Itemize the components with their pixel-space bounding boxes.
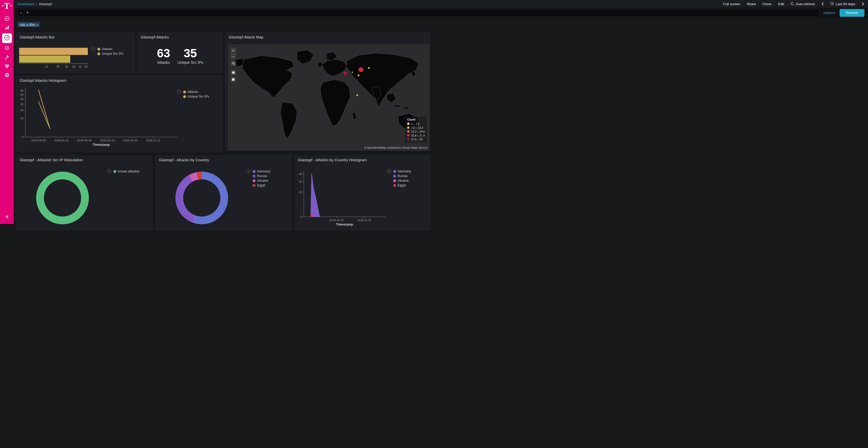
attack-marker[interactable] <box>368 67 370 69</box>
attack-marker[interactable] <box>356 94 358 96</box>
panel-title: Glastopf - Attacker Src IP Reputation <box>20 158 83 162</box>
legend-item[interactable]: 27.4 – 34 <box>407 137 425 141</box>
panel-attack-map: Glastopf Attack Map <box>225 33 430 151</box>
legend-item[interactable]: Attacks <box>183 90 209 94</box>
legend-label: Unique Src IPs <box>188 95 209 98</box>
legend-item[interactable]: 7.6 – 14.2 <box>407 126 425 130</box>
legend-label: Egypt <box>257 183 265 187</box>
legend-toggle-icon[interactable]: › <box>387 169 391 173</box>
donut-chart[interactable] <box>36 172 89 224</box>
svg-text:0: 0 <box>22 136 24 139</box>
attack-marker[interactable] <box>358 74 360 76</box>
sidebar-item-devtools[interactable] <box>2 53 12 62</box>
legend-label: Russia <box>257 174 267 178</box>
legend-label: Attacks <box>102 47 113 51</box>
donut-hole <box>44 179 81 216</box>
legend-item[interactable]: 14.2 – 20.8 <box>407 130 425 133</box>
logo-dot <box>10 5 11 6</box>
legend-item[interactable]: Russia <box>393 174 411 178</box>
rectangle-select-button[interactable] <box>230 77 236 82</box>
gauge-icon <box>4 35 10 42</box>
gear-icon <box>4 72 10 79</box>
legend-item[interactable]: 20.8 – 27.4 <box>407 133 425 137</box>
sidebar-item-visualize[interactable] <box>2 24 12 32</box>
metric-unique-src-ips: 35 Unique Src IPs <box>178 47 203 65</box>
logo-dot <box>2 5 3 6</box>
legend-item[interactable]: Ukraine <box>253 178 270 183</box>
legend-item[interactable]: Unique Src IPs <box>183 94 209 99</box>
breadcrumb-separator: / <box>36 2 37 6</box>
legend-item[interactable]: known attacker <box>114 169 140 174</box>
legend-item[interactable]: Ukraine <box>393 178 411 183</box>
svg-text:2018-11-01: 2018-11-01 <box>357 218 371 222</box>
legend-item[interactable]: Attacks <box>97 47 123 51</box>
sidebar-item-management[interactable] <box>2 71 12 80</box>
breadcrumb-dashboard-link[interactable]: Dashboard <box>17 2 34 6</box>
legend-item[interactable]: Germany <box>253 169 270 174</box>
sidebar-item-discover[interactable] <box>2 15 12 23</box>
breadcrumb-current: Glastopf <box>39 2 52 6</box>
attack-marker[interactable] <box>351 71 353 73</box>
sidebar-item-dashboard[interactable] <box>2 33 12 43</box>
donut-chart[interactable] <box>176 172 228 224</box>
metric-value: 35 <box>178 47 203 59</box>
world-map[interactable]: + − Count 1 – 7.67.6 – 14.214.2 – 20.820… <box>228 44 430 150</box>
legend-dot <box>407 123 409 125</box>
legend-toggle-icon[interactable]: › <box>177 90 181 94</box>
map-attribution[interactable]: © OpenStreetMap contributors, Elastic Ma… <box>364 146 428 149</box>
sidebar: T <box>0 0 14 224</box>
bar-attacks[interactable] <box>19 48 88 55</box>
search-input[interactable]: >_ * <box>17 9 434 17</box>
zoom-out-button[interactable]: − <box>230 54 236 59</box>
attack-marker[interactable] <box>343 71 348 76</box>
svg-text:20: 20 <box>21 109 24 112</box>
legend-item[interactable]: Russia <box>253 174 270 178</box>
metric-label: Unique Src IPs <box>178 60 203 65</box>
legend-label: Attacks <box>188 90 198 94</box>
zoom-in-button[interactable]: + <box>230 47 236 53</box>
legend-dot <box>97 53 100 55</box>
panel-attacks-by-country: Glastopf - Attacks by Country › GermanyR… <box>156 156 291 224</box>
map-legend-items: 1 – 7.67.6 – 14.214.2 – 20.820.8 – 27.42… <box>407 122 425 141</box>
legend-label: 20.8 – 27.4 <box>411 134 425 137</box>
sidebar-item-tpot[interactable] <box>2 44 12 53</box>
map-legend: Count 1 – 7.67.6 – 14.214.2 – 20.820.8 –… <box>405 116 427 143</box>
svg-text:2018-11-11: 2018-11-11 <box>146 139 160 142</box>
svg-text:2018-09-16: 2018-09-16 <box>54 139 69 142</box>
panel-title: Glastopf Attack Map <box>228 35 263 39</box>
fit-bounds-button[interactable] <box>230 61 236 66</box>
legend: GermanyRussiaUkraineEgypt <box>393 169 411 187</box>
bar-unique-src-ips[interactable] <box>19 56 70 63</box>
sidebar-collapse-button[interactable] <box>2 213 12 221</box>
telekom-logo: T <box>2 2 11 10</box>
legend: known attacker <box>114 169 140 174</box>
legend-label: 27.4 – 34 <box>411 138 423 141</box>
x-tick-label: 10 <box>45 65 48 68</box>
legend-toggle-icon[interactable]: › <box>107 169 111 173</box>
x-tick-label: 30 <box>65 65 68 68</box>
svg-text:2018-10-28: 2018-10-28 <box>123 139 137 142</box>
legend-item[interactable]: Egypt <box>393 183 411 187</box>
add-filter-link[interactable]: Add a filter + <box>17 22 40 27</box>
logo-letter: T <box>4 2 9 10</box>
sidebar-item-monitoring[interactable] <box>2 62 12 71</box>
legend-label: known attacker <box>118 170 140 173</box>
legend-item[interactable]: 1 – 7.6 <box>407 122 425 126</box>
legend-toggle-icon[interactable]: › <box>91 47 95 51</box>
legend-dot <box>407 127 409 129</box>
area-chart: 01020302018-10-012018-11-01Timestamp <box>295 156 430 224</box>
polygon-select-button[interactable] <box>230 70 236 75</box>
bar-chart[interactable]: 102030405060 <box>19 48 91 70</box>
legend-item[interactable]: Unique Src IPs <box>97 51 123 56</box>
legend-dot <box>393 184 396 187</box>
legend-item[interactable]: Germany <box>393 169 411 174</box>
svg-text:2018-09-02: 2018-09-02 <box>31 139 46 142</box>
legend-label: Ukraine <box>398 179 409 182</box>
crop-icon <box>232 61 235 66</box>
legend-dot <box>253 170 255 173</box>
legend-item[interactable]: Egypt <box>253 183 270 187</box>
legend-dot <box>253 175 255 177</box>
attack-marker[interactable] <box>358 67 364 72</box>
legend-label: 14.2 – 20.8 <box>411 130 425 133</box>
legend-toggle-icon[interactable]: › <box>246 169 251 173</box>
